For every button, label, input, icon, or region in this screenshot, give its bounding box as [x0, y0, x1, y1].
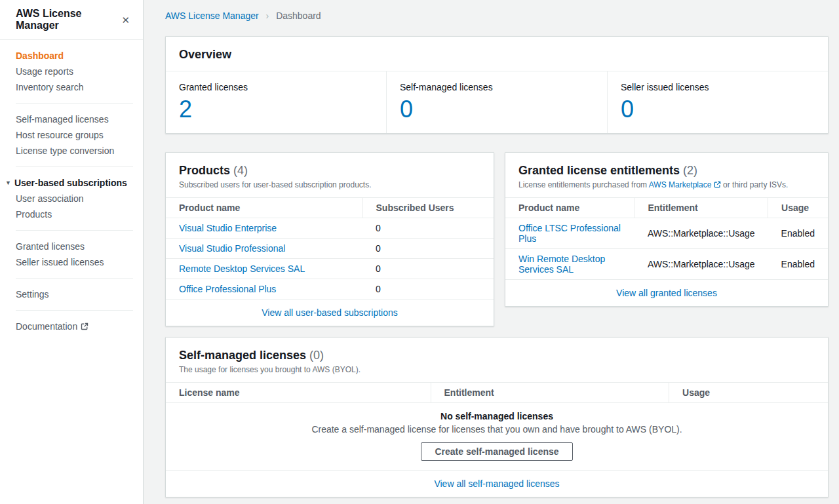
- sidebar-item-products[interactable]: Products: [0, 206, 143, 222]
- sidebar-item-label: Documentation: [16, 321, 77, 332]
- stat-value-link[interactable]: 0: [621, 96, 634, 123]
- external-link-icon: [81, 322, 88, 330]
- entitlements-card-header: Granted license entitlements (2) License…: [505, 153, 828, 198]
- overview-card-header: Overview: [166, 37, 828, 71]
- sidebar-item-user-based-subscriptions[interactable]: ▼ User-based subscriptions: [0, 175, 143, 191]
- product-link[interactable]: Visual Studio Professional: [179, 243, 285, 254]
- overview-title: Overview: [179, 47, 815, 62]
- overview-card: Overview Granted licenses 2 Self-managed…: [165, 36, 829, 134]
- main-content: AWS License Manager › Dashboard Overview…: [144, 0, 839, 504]
- entitlement-value: AWS::Marketplace::Usage: [634, 249, 768, 280]
- table-row: Remote Desktop Services SAL 0: [166, 259, 494, 279]
- app: AWS License Manager ✕ Dashboard Usage re…: [0, 0, 839, 504]
- sidebar-nav: Dashboard Usage reports Inventory search…: [0, 48, 143, 334]
- sidebar-item-host-resource-groups[interactable]: Host resource groups: [0, 127, 143, 143]
- subtitle-text: License entitlements purchased from: [518, 180, 647, 189]
- products-card-header: Products (4) Subscribed users for user-b…: [166, 153, 494, 198]
- table-row: Visual Studio Professional 0: [166, 239, 494, 259]
- column-header: License name: [166, 383, 431, 403]
- sidebar-item-settings[interactable]: Settings: [0, 286, 143, 302]
- product-link[interactable]: Visual Studio Enterprise: [179, 223, 277, 233]
- breadcrumb-link-license-manager[interactable]: AWS License Manager: [165, 10, 259, 21]
- dashboard-content: Overview Granted licenses 2 Self-managed…: [144, 22, 839, 503]
- subtitle-text: or third party ISVs.: [723, 180, 788, 189]
- aws-marketplace-link[interactable]: AWS Marketplace: [649, 180, 721, 189]
- sidebar-item-documentation[interactable]: Documentation: [0, 319, 143, 334]
- products-card-footer: View all user-based subscriptions: [166, 299, 494, 326]
- sidebar-item-usage-reports[interactable]: Usage reports: [0, 64, 143, 79]
- entitlements-subtitle: License entitlements purchased from AWS …: [518, 180, 815, 189]
- breadcrumb: AWS License Manager › Dashboard: [144, 0, 839, 22]
- entitlements-card-footer: View all granted licenses: [505, 279, 828, 306]
- stat-label: Self-managed licenses: [400, 82, 594, 92]
- entitlement-value: AWS::Marketplace::Usage: [634, 218, 768, 249]
- product-link[interactable]: Win Remote Desktop Services SAL: [518, 254, 605, 275]
- table-header-row: License name Entitlement Usage: [166, 383, 828, 403]
- entitlements-table: Product name Entitlement Usage Office LT…: [505, 198, 828, 279]
- table-header-row: Product name Subscribed Users: [166, 198, 494, 218]
- products-table: Product name Subscribed Users Visual Stu…: [166, 198, 494, 299]
- sidebar-item-seller-issued-licenses[interactable]: Seller issued licenses: [0, 254, 143, 270]
- product-link[interactable]: Office Professional Plus: [179, 284, 276, 294]
- column-header: Subscribed Users: [362, 198, 494, 218]
- stat-value-link[interactable]: 2: [179, 96, 192, 123]
- cards-row: Products (4) Subscribed users for user-b…: [165, 152, 829, 326]
- sidebar-item-user-association[interactable]: User association: [0, 191, 143, 206]
- card-count: (2): [683, 164, 697, 177]
- column-header: Product name: [505, 198, 634, 218]
- products-card: Products (4) Subscribed users for user-b…: [165, 152, 494, 326]
- link-text: AWS Marketplace: [649, 180, 712, 189]
- table-header-row: Product name Entitlement Usage: [505, 198, 828, 218]
- chevron-down-icon: ▼: [5, 180, 11, 186]
- divider: [16, 166, 133, 167]
- sidebar: AWS License Manager ✕ Dashboard Usage re…: [0, 0, 144, 504]
- subscribed-users-value: 0: [362, 239, 494, 259]
- divider: [16, 103, 133, 104]
- subscribed-users-value: 0: [362, 259, 494, 279]
- card-title-text: Products: [179, 164, 230, 177]
- self-managed-card-header: Self-managed licenses (0) The usage for …: [166, 338, 828, 383]
- sidebar-item-inventory-search[interactable]: Inventory search: [0, 79, 143, 95]
- table-row: Office LTSC Professional Plus AWS::Marke…: [505, 218, 828, 249]
- sidebar-item-dashboard[interactable]: Dashboard: [0, 48, 143, 64]
- stat-self-managed-licenses: Self-managed licenses 0: [386, 71, 607, 133]
- column-header: Usage: [669, 383, 828, 403]
- sidebar-header: AWS License Manager ✕: [0, 0, 143, 40]
- view-all-granted-licenses-link[interactable]: View all granted licenses: [616, 288, 717, 298]
- external-link-icon: [714, 181, 721, 188]
- overview-stats: Granted licenses 2 Self-managed licenses…: [166, 71, 828, 133]
- card-count: (0): [309, 349, 324, 362]
- stat-seller-issued-licenses: Seller issued licenses 0: [607, 71, 828, 133]
- card-title-text: Granted license entitlements: [518, 164, 680, 177]
- products-subtitle: Subscribed users for user-based subscrip…: [179, 180, 480, 189]
- breadcrumb-current: Dashboard: [276, 10, 321, 21]
- entitlements-card: Granted license entitlements (2) License…: [505, 152, 829, 307]
- products-title: Products (4): [179, 163, 480, 178]
- view-all-user-based-subscriptions-link[interactable]: View all user-based subscriptions: [262, 307, 398, 318]
- self-managed-subtitle: The usage for licenses you brought to AW…: [179, 365, 815, 374]
- divider: [16, 278, 133, 279]
- empty-state-title: No self-managed licenses: [179, 411, 815, 421]
- self-managed-title: Self-managed licenses (0): [179, 348, 815, 362]
- usage-value: Enabled: [768, 249, 828, 280]
- close-icon[interactable]: ✕: [117, 14, 134, 26]
- divider: [16, 310, 133, 311]
- self-managed-table: License name Entitlement Usage: [166, 383, 828, 403]
- column-header: Usage: [768, 198, 828, 218]
- product-link[interactable]: Remote Desktop Services SAL: [179, 263, 305, 274]
- view-all-self-managed-licenses-link[interactable]: View all self-managed licenses: [434, 478, 559, 489]
- entitlements-title: Granted license entitlements (2): [518, 163, 815, 178]
- self-managed-card: Self-managed licenses (0) The usage for …: [165, 337, 829, 497]
- subscribed-users-value: 0: [362, 279, 494, 300]
- breadcrumb-separator-icon: ›: [266, 10, 269, 21]
- stat-label: Seller issued licenses: [621, 82, 815, 92]
- sidebar-item-granted-licenses[interactable]: Granted licenses: [0, 239, 143, 254]
- create-self-managed-license-button[interactable]: Create self-managed license: [421, 442, 572, 461]
- product-link[interactable]: Office LTSC Professional Plus: [518, 223, 621, 244]
- sidebar-item-license-type-conversion[interactable]: License type conversion: [0, 143, 143, 159]
- self-managed-card-footer: View all self-managed licenses: [166, 470, 828, 497]
- sidebar-item-self-managed-licenses[interactable]: Self-managed licenses: [0, 111, 143, 127]
- sidebar-title: AWS License Manager: [16, 8, 117, 31]
- divider: [16, 230, 133, 231]
- stat-value-link[interactable]: 0: [400, 96, 413, 123]
